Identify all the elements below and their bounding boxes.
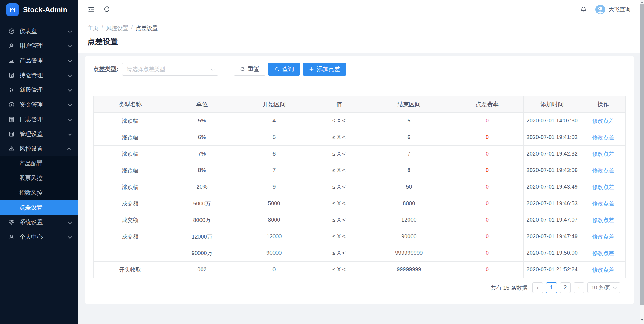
pagination-prev-button[interactable]: ‹ (532, 282, 543, 293)
sidebar-subitem-index-risk[interactable]: 指数风控 (0, 186, 78, 200)
cell-actions: 修改点差 (581, 162, 625, 179)
cell-operator: ≤ X < (311, 146, 367, 162)
scroll-down-arrow-icon[interactable] (640, 318, 644, 322)
cell-end-range: 99999999 (367, 262, 451, 278)
cell-unit: 8% (167, 162, 237, 179)
sidebar-item-label: 用户管理 (20, 42, 66, 50)
search-icon (274, 66, 280, 72)
pagination-next-button[interactable]: › (574, 282, 584, 293)
cell-type-name: 涨跌幅 (94, 162, 167, 179)
product-icon (8, 57, 15, 64)
cell-type-name: 开头收取 (94, 262, 167, 278)
cell-start-range: 5 (237, 129, 311, 146)
manage-icon (8, 131, 15, 138)
sidebar-subitem-stock-risk[interactable]: 股票风控 (0, 171, 78, 186)
modify-spread-link[interactable]: 修改点差 (592, 234, 614, 240)
cell-spread-rate: 0 (451, 113, 524, 129)
sidebar-item-label: 新股管理 (20, 86, 66, 94)
add-spread-button-label: 添加点差 (317, 65, 340, 73)
reset-button[interactable]: 重置 (234, 63, 265, 76)
pagination-total: 共有 15 条数据 (491, 284, 527, 292)
modify-spread-link[interactable]: 修改点差 (592, 217, 614, 223)
cell-unit: 5000万 (167, 195, 237, 212)
sidebar-item-label: 个人中心 (20, 233, 66, 241)
modify-spread-link[interactable]: 修改点差 (592, 267, 614, 273)
sidebar-item-system-settings[interactable]: 系统设置 (0, 215, 78, 230)
cell-start-range: 9 (237, 179, 311, 195)
page-size-select[interactable]: 10 条/页 (587, 282, 620, 293)
sidebar-item-label: 产品管理 (20, 57, 66, 65)
cell-end-range: 999999999 (367, 245, 451, 262)
modify-spread-link[interactable]: 修改点差 (592, 184, 614, 190)
sidebar-item-funds-management[interactable]: 资金管理 (0, 97, 78, 112)
funds-icon (8, 101, 15, 108)
pagination-page-2[interactable]: 2 (560, 282, 571, 293)
cell-start-range: 90000 (237, 245, 311, 262)
table-row: 涨跌幅6%5≤ X <602020-07-01 19:41:02修改点差 (94, 129, 626, 146)
cell-operator: ≤ X < (311, 245, 367, 262)
cell-type-name: 成交额 (94, 228, 167, 245)
page-title: 点差设置 (87, 36, 644, 47)
cell-unit: 6% (167, 129, 237, 146)
column-header: 开始区间 (237, 96, 311, 113)
modify-spread-link[interactable]: 修改点差 (592, 134, 614, 141)
modify-spread-link[interactable]: 修改点差 (592, 201, 614, 207)
avatar[interactable] (595, 4, 605, 15)
spread-type-select[interactable]: 请选择点差类型 (122, 63, 218, 76)
cell-spread-rate: 0 (451, 146, 524, 162)
notification-bell-icon[interactable] (580, 6, 587, 13)
modify-spread-link[interactable]: 修改点差 (592, 151, 614, 157)
scroll-up-arrow-icon[interactable] (640, 0, 644, 4)
chevron-down-icon (68, 102, 72, 106)
sidebar-subitem-spread-settings[interactable]: 点差设置 (0, 200, 78, 215)
column-header: 结束区间 (367, 96, 451, 113)
sidebar-item-log-management[interactable]: 日志管理 (0, 112, 78, 127)
person-icon (8, 234, 15, 240)
search-button-label: 查询 (282, 65, 294, 73)
cell-end-range: 8000 (367, 195, 451, 212)
modify-spread-link[interactable]: 修改点差 (592, 118, 614, 124)
breadcrumb-risk-settings[interactable]: 风控设置 (106, 24, 128, 32)
add-spread-button[interactable]: 添加点差 (303, 63, 346, 76)
menu-collapse-icon[interactable] (87, 6, 95, 13)
chevron-down-icon (68, 73, 72, 77)
sidebar-subitem-product-config[interactable]: 产品配置 (0, 156, 78, 171)
pagination-page-1[interactable]: 1 (546, 282, 557, 293)
sidebar-item-position-management[interactable]: 持仓管理 (0, 68, 78, 83)
breadcrumb-home[interactable]: 主页 (87, 24, 98, 32)
sidebar-item-dashboard[interactable]: 仪表盘 (0, 24, 78, 39)
breadcrumb-separator: / (102, 24, 103, 32)
search-button[interactable]: 查询 (268, 63, 300, 76)
cell-operator: ≤ X < (311, 228, 367, 245)
sidebar-submenu-risk-settings: 产品配置股票风控指数风控点差设置 (0, 156, 78, 215)
risk-icon (8, 145, 15, 152)
scrollbar-thumb[interactable] (640, 4, 644, 305)
column-header: 类型名称 (94, 96, 167, 113)
cell-add-time: 2020-07-01 19:43:06 (523, 162, 581, 179)
page-size-label: 10 条/页 (591, 284, 610, 291)
sidebar-item-product-management[interactable]: 产品管理 (0, 53, 78, 68)
sidebar-item-risk-settings[interactable]: 风控设置 (0, 141, 78, 156)
table-row: 成交额12000万12000≤ X <9000002020-07-01 19:4… (94, 228, 626, 245)
modify-spread-link[interactable]: 修改点差 (592, 168, 614, 174)
modify-spread-link[interactable]: 修改点差 (592, 250, 614, 256)
sidebar-menu: 仪表盘用户管理产品管理持仓管理新股管理资金管理日志管理管理设置风控设置产品配置股… (0, 24, 78, 244)
breadcrumb-separator: / (131, 24, 133, 32)
vertical-scrollbar[interactable] (640, 0, 644, 324)
chevron-down-icon (68, 58, 72, 62)
sidebar-item-manage-settings[interactable]: 管理设置 (0, 127, 78, 141)
cell-spread-rate: 0 (451, 245, 524, 262)
plus-icon (309, 66, 314, 72)
cell-actions: 修改点差 (581, 129, 625, 146)
logo-icon (6, 3, 19, 16)
cell-unit: 8000万 (167, 212, 237, 228)
sidebar-item-profile-center[interactable]: 个人中心 (0, 230, 78, 244)
newstock-icon (8, 87, 15, 93)
cell-add-time: 2020-07-01 19:43:49 (523, 179, 581, 195)
refresh-icon[interactable] (103, 6, 111, 13)
sidebar-item-user-management[interactable]: 用户管理 (0, 39, 78, 53)
username[interactable]: 大飞查询 (609, 6, 631, 13)
pagination: 共有 15 条数据 ‹12› 10 条/页 (93, 282, 626, 293)
cell-unit: 90000万 (167, 245, 237, 262)
sidebar-item-newstock-management[interactable]: 新股管理 (0, 83, 78, 97)
